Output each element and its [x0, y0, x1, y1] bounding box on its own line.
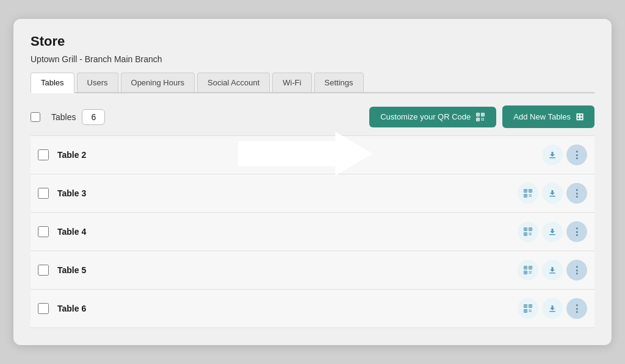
- svg-rect-30: [530, 233, 532, 234]
- tab-users[interactable]: Users: [77, 73, 118, 92]
- svg-rect-13: [525, 190, 526, 191]
- svg-rect-8: [482, 120, 483, 121]
- svg-rect-18: [529, 194, 530, 196]
- add-icon: ⊞: [576, 111, 583, 123]
- tab-settings[interactable]: Settings: [314, 73, 364, 92]
- table-row: Table 2 ⋮: [31, 135, 594, 174]
- table-5-qr-button[interactable]: [518, 260, 538, 280]
- table-3-actions: ⋮: [518, 183, 587, 204]
- tab-social-account[interactable]: Social Account: [197, 73, 270, 92]
- svg-rect-37: [530, 267, 531, 268]
- svg-rect-42: [529, 273, 530, 274]
- svg-rect-10: [549, 157, 555, 159]
- table-6-name: Table 6: [57, 304, 518, 313]
- svg-rect-26: [530, 229, 531, 230]
- table-4-name: Table 4: [57, 227, 518, 237]
- table-5-more-button[interactable]: ⋮: [566, 260, 587, 280]
- table-3-name: Table 3: [57, 188, 518, 198]
- table-2-more-button[interactable]: ⋮: [566, 145, 587, 165]
- svg-rect-29: [529, 233, 530, 234]
- qr-icon: [523, 265, 533, 275]
- add-new-tables-button[interactable]: Add New Tables ⊞: [502, 105, 594, 128]
- table-3-qr-button[interactable]: [518, 183, 538, 204]
- svg-rect-44: [549, 273, 555, 274]
- svg-rect-43: [530, 273, 532, 274]
- table-5-checkbox[interactable]: [38, 265, 49, 276]
- svg-rect-31: [529, 234, 530, 235]
- table-row: Table 4: [31, 213, 594, 251]
- table-3-checkbox[interactable]: [38, 188, 49, 199]
- download-icon: [547, 150, 557, 160]
- table-4-actions: ⋮: [518, 221, 587, 242]
- tab-bar: Tables Users Opening Hours Social Accoun…: [31, 73, 594, 93]
- tab-opening-hours[interactable]: Opening Hours: [121, 73, 195, 92]
- qr-icon: [523, 304, 533, 313]
- svg-rect-1: [477, 113, 479, 115]
- add-new-tables-label: Add New Tables: [513, 112, 571, 121]
- svg-rect-41: [530, 271, 532, 273]
- download-icon: [547, 304, 557, 313]
- table-row: Table 3: [31, 174, 594, 213]
- svg-rect-17: [525, 195, 526, 196]
- table-4-download-button[interactable]: [542, 221, 563, 242]
- svg-rect-7: [483, 118, 484, 119]
- download-icon: [547, 188, 557, 198]
- tab-tables[interactable]: Tables: [31, 73, 74, 93]
- table-2-name: Table 2: [57, 150, 542, 160]
- svg-rect-22: [549, 196, 555, 197]
- more-icon: ⋮: [572, 226, 582, 238]
- svg-rect-39: [525, 272, 526, 273]
- table-6-download-button[interactable]: [542, 298, 563, 319]
- svg-rect-9: [483, 120, 484, 121]
- table-row: Table 6: [31, 290, 594, 328]
- table-3-more-button[interactable]: ⋮: [566, 183, 587, 204]
- tab-wifi[interactable]: Wi-Fi: [272, 73, 311, 92]
- svg-rect-32: [530, 234, 532, 235]
- svg-rect-28: [525, 234, 526, 235]
- table-6-actions: ⋮: [518, 298, 587, 319]
- table-5-download-button[interactable]: [542, 260, 563, 280]
- customize-qr-button[interactable]: Customize your QR Code: [369, 107, 496, 127]
- table-4-more-button[interactable]: ⋮: [566, 221, 587, 242]
- svg-rect-6: [482, 118, 483, 119]
- more-icon: ⋮: [572, 303, 582, 315]
- table-5-actions: ⋮: [518, 260, 587, 280]
- table-6-qr-button[interactable]: [518, 298, 538, 319]
- table-5-name: Table 5: [57, 265, 518, 275]
- qr-icon: [523, 227, 533, 237]
- svg-rect-21: [530, 196, 532, 197]
- table-3-download-button[interactable]: [542, 183, 563, 204]
- qr-icon: [523, 188, 533, 198]
- table-2-checkbox[interactable]: [38, 149, 49, 160]
- more-icon: ⋮: [572, 188, 582, 199]
- table-4-checkbox[interactable]: [38, 226, 49, 237]
- select-all-checkbox[interactable]: [31, 112, 40, 122]
- svg-rect-5: [477, 118, 479, 120]
- table-4-qr-button[interactable]: [518, 221, 538, 242]
- svg-rect-50: [525, 310, 526, 312]
- more-icon: ⋮: [572, 265, 582, 276]
- svg-rect-19: [530, 194, 532, 196]
- tables-label: Tables: [51, 112, 76, 122]
- table-2-download-button[interactable]: [542, 145, 563, 165]
- main-container: Store Uptown Grill - Branch Main Branch …: [13, 19, 612, 345]
- svg-rect-52: [530, 310, 532, 311]
- table-6-checkbox[interactable]: [38, 303, 49, 314]
- svg-rect-20: [529, 196, 530, 197]
- customize-qr-label: Customize your QR Code: [380, 112, 471, 121]
- more-icon: ⋮: [572, 149, 582, 161]
- svg-rect-48: [530, 305, 531, 307]
- svg-rect-3: [482, 113, 483, 115]
- table-list: Table 2 ⋮ Tab: [31, 135, 594, 328]
- svg-rect-35: [525, 267, 526, 268]
- svg-rect-55: [549, 311, 555, 312]
- qr-icon: [475, 112, 485, 122]
- download-icon: [547, 265, 557, 275]
- svg-rect-51: [529, 310, 530, 311]
- svg-rect-15: [530, 190, 531, 191]
- svg-rect-46: [525, 305, 526, 307]
- page-title: Store: [31, 34, 594, 49]
- table-6-more-button[interactable]: ⋮: [566, 298, 587, 319]
- svg-rect-53: [529, 311, 530, 312]
- toolbar: Tables 6 Customize your QR Code: [31, 105, 594, 128]
